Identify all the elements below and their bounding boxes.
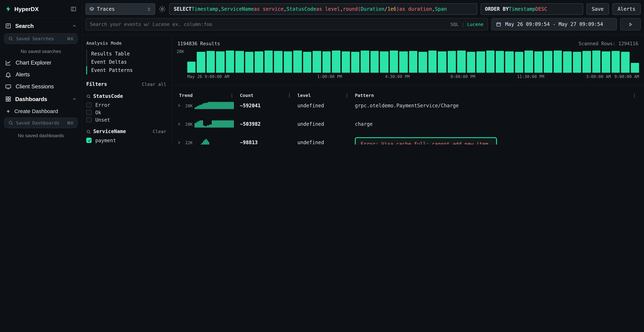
checkbox[interactable] bbox=[86, 117, 92, 122]
filter-option[interactable]: payment bbox=[86, 138, 166, 143]
order-by-editor[interactable]: ORDER BY Timestamp DESC bbox=[480, 3, 583, 15]
column-menu-icon[interactable]: ⋮ bbox=[287, 93, 292, 98]
no-saved-dashboards-text: No saved dashboards bbox=[0, 130, 82, 141]
histogram-bar bbox=[274, 51, 282, 73]
expand-row-chevron-icon[interactable] bbox=[176, 122, 182, 127]
table-row[interactable]: 22K~98813undefinedError: Visa cache full… bbox=[176, 135, 639, 144]
filter-option[interactable]: Error bbox=[86, 102, 166, 108]
x-axis-label: 9:00:00 AM bbox=[614, 74, 639, 79]
sidebar-item-alerts[interactable]: Alerts bbox=[0, 69, 82, 81]
table-row[interactable]: 28K~503982undefinedcharge bbox=[176, 117, 639, 135]
saved-dashboards-input[interactable]: Saved Dashboards ⌘K bbox=[4, 118, 78, 128]
filter-group-name: ServiceName bbox=[93, 128, 126, 134]
checkbox[interactable] bbox=[86, 102, 92, 108]
histogram-bar bbox=[245, 52, 254, 72]
sidebar-item-label: Client Sessions bbox=[16, 83, 54, 90]
histogram-bar bbox=[351, 52, 360, 72]
clear-all-button[interactable]: Clear all bbox=[142, 82, 166, 87]
trend-sparkline bbox=[195, 120, 234, 128]
column-menu-icon[interactable]: ⋮ bbox=[230, 93, 234, 98]
column-menu-icon[interactable]: ⋮ bbox=[632, 93, 636, 98]
column-header-count[interactable]: Count ⋮ bbox=[236, 93, 294, 98]
filter-groups: StatusCodeErrorOkUnsetServiceNameClearpa… bbox=[86, 93, 166, 144]
histogram-bar bbox=[476, 51, 485, 73]
no-saved-searches-text: No saved searches bbox=[0, 45, 82, 57]
trend-cell: 28K bbox=[176, 120, 237, 128]
sql-token: as level bbox=[316, 6, 340, 12]
checkbox[interactable] bbox=[86, 110, 92, 115]
create-dashboard-button[interactable]: Create Dashboard bbox=[0, 105, 82, 116]
histogram-bar bbox=[630, 63, 639, 72]
sidebar-item-client-sessions[interactable]: Client Sessions bbox=[0, 80, 82, 92]
event-search-box[interactable]: SQL | Lucene bbox=[86, 18, 488, 30]
sidebar-collapse-icon[interactable] bbox=[70, 6, 77, 12]
checkbox-checked[interactable] bbox=[86, 138, 92, 143]
presets-toggle[interactable]: PRESETS bbox=[0, 141, 82, 144]
chevron-up-icon[interactable] bbox=[72, 96, 77, 102]
date-range-value: May 26 09:09:54 - May 27 09:09:54 bbox=[505, 21, 603, 27]
histogram-bar bbox=[370, 51, 379, 73]
sql-token: ServiceName bbox=[221, 6, 254, 12]
histogram-bar bbox=[361, 50, 369, 73]
kbd-shortcut: ⌘K bbox=[67, 36, 74, 41]
monitor-icon bbox=[5, 83, 12, 90]
run-query-button[interactable] bbox=[620, 18, 641, 30]
expand-row-chevron-icon[interactable] bbox=[176, 103, 182, 108]
chevron-up-icon[interactable] bbox=[72, 24, 77, 28]
analysis-mode-label: Analysis Mode bbox=[86, 40, 166, 46]
filter-option-label: Unset bbox=[95, 117, 110, 122]
highlighted-error-pattern[interactable]: Error: Visa cache full: cannot add new i… bbox=[355, 137, 497, 144]
sidebar-section-search[interactable]: Search bbox=[0, 18, 82, 32]
column-header-trend[interactable]: Trend ⋮ bbox=[176, 93, 237, 98]
filters-header: Filters Clear all bbox=[86, 82, 166, 87]
sql-token: Timestamp bbox=[509, 6, 536, 12]
source-settings-gear-icon[interactable] bbox=[158, 5, 166, 13]
sql-token: 1e6 bbox=[388, 6, 396, 12]
source-select-value: Traces bbox=[97, 6, 115, 12]
date-range-picker[interactable]: May 26 09:09:54 - May 27 09:09:54 bbox=[491, 18, 617, 30]
histogram-bar bbox=[216, 51, 225, 73]
lang-sql-option[interactable]: SQL bbox=[450, 22, 459, 27]
sql-token: round( bbox=[343, 6, 361, 12]
analysis-mode-results-table[interactable]: Results Table bbox=[86, 50, 166, 58]
scanned-rows: Scanned Rows: 1294116 bbox=[578, 40, 638, 46]
analysis-mode-event-deltas[interactable]: Event Deltas bbox=[86, 58, 166, 66]
histogram-bar bbox=[255, 51, 263, 73]
saved-searches-placeholder: Saved Searches bbox=[16, 36, 64, 41]
level-value: undefined bbox=[294, 120, 352, 127]
sidebar-section-dashboards[interactable]: Dashboards bbox=[0, 92, 82, 105]
play-icon bbox=[628, 20, 633, 28]
filter-option[interactable]: Unset bbox=[86, 117, 166, 122]
column-menu-icon[interactable]: ⋮ bbox=[344, 93, 349, 98]
sidebar-item-label: Alerts bbox=[16, 72, 30, 78]
query-language-toggle: SQL | Lucene bbox=[450, 22, 483, 27]
column-header-pattern[interactable]: Pattern ⋮ bbox=[352, 93, 639, 98]
filters-panel: Analysis Mode Results TableEvent DeltasE… bbox=[82, 35, 172, 144]
table-row[interactable]: 28K~592041undefinedgrpc.oteldemo.Payment… bbox=[176, 98, 639, 117]
event-search-input[interactable] bbox=[90, 21, 447, 27]
histogram-bar bbox=[226, 50, 234, 73]
filter-clear-button[interactable]: Clear bbox=[153, 129, 166, 134]
column-header-level[interactable]: level ⋮ bbox=[294, 93, 352, 98]
expand-row-chevron-icon[interactable] bbox=[176, 140, 182, 144]
trend-sparkline bbox=[195, 102, 234, 109]
sql-token: , bbox=[432, 6, 435, 12]
sql-query-editor[interactable]: SELECT Timestamp, ServiceName as service… bbox=[169, 3, 477, 15]
histogram-bar bbox=[505, 51, 514, 73]
filter-option[interactable]: Ok bbox=[86, 110, 166, 115]
sidebar-item-chart-explorer[interactable]: Chart Explorer bbox=[0, 57, 82, 69]
histogram-bar bbox=[534, 51, 543, 73]
stack-icon bbox=[89, 6, 94, 12]
filter-group-statuscode: StatusCodeErrorOkUnset bbox=[86, 93, 166, 122]
analysis-mode-event-patterns[interactable]: Event Patterns bbox=[86, 66, 166, 74]
histogram-bar bbox=[312, 51, 321, 73]
save-button[interactable]: Save bbox=[586, 3, 609, 15]
content: Analysis Mode Results TableEvent DeltasE… bbox=[82, 35, 644, 144]
topbar-row-query: Traces SELECT Timestamp, ServiceName as … bbox=[86, 3, 641, 15]
alerts-button[interactable]: Alerts bbox=[612, 3, 640, 15]
source-select[interactable]: Traces bbox=[86, 3, 155, 15]
saved-searches-input[interactable]: Saved Searches ⌘K bbox=[4, 33, 78, 44]
lang-lucene-option[interactable]: Lucene bbox=[467, 22, 483, 27]
histogram-bar bbox=[428, 50, 437, 73]
saved-dashboards-placeholder: Saved Dashboards bbox=[16, 120, 64, 126]
